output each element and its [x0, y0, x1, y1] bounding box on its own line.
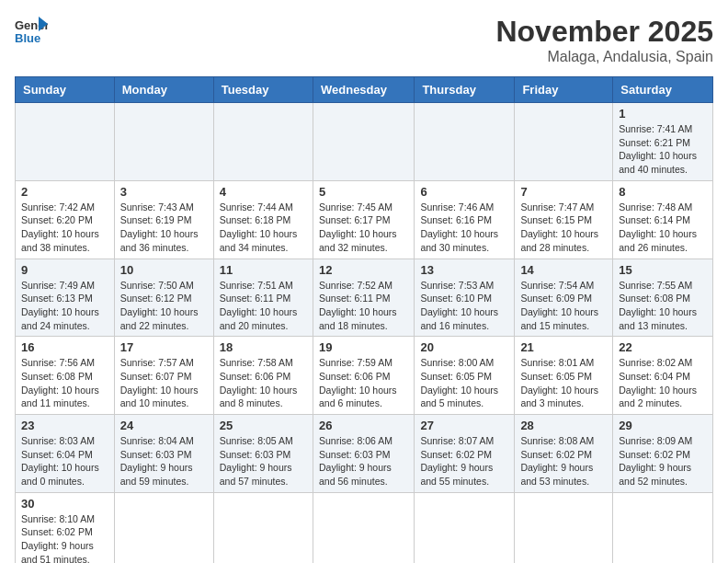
calendar-cell: 17Sunrise: 7:57 AM Sunset: 6:07 PM Dayli… — [114, 337, 213, 415]
weekday-header-monday: Monday — [114, 77, 213, 103]
weekday-header-wednesday: Wednesday — [313, 77, 414, 103]
day-number: 22 — [619, 340, 707, 354]
day-info: Sunrise: 7:48 AM Sunset: 6:14 PM Dayligh… — [619, 201, 707, 255]
day-number: 9 — [21, 263, 108, 277]
day-number: 5 — [319, 185, 408, 199]
calendar-cell: 16Sunrise: 7:56 AM Sunset: 6:08 PM Dayli… — [16, 337, 115, 415]
calendar-cell: 3Sunrise: 7:43 AM Sunset: 6:19 PM Daylig… — [114, 180, 213, 259]
day-info: Sunrise: 8:04 AM Sunset: 6:03 PM Dayligh… — [120, 434, 208, 488]
day-info: Sunrise: 8:06 AM Sunset: 6:03 PM Dayligh… — [319, 434, 408, 488]
day-info: Sunrise: 7:49 AM Sunset: 6:13 PM Dayligh… — [21, 279, 108, 333]
calendar-cell: 28Sunrise: 8:08 AM Sunset: 6:02 PM Dayli… — [515, 415, 613, 493]
calendar-cell — [313, 492, 414, 563]
day-number: 25 — [220, 419, 307, 432]
day-number: 6 — [420, 185, 508, 199]
day-number: 21 — [520, 340, 607, 354]
day-info: Sunrise: 7:47 AM Sunset: 6:15 PM Dayligh… — [520, 201, 607, 255]
calendar-cell: 5Sunrise: 7:45 AM Sunset: 6:17 PM Daylig… — [313, 180, 414, 259]
day-number: 16 — [21, 340, 108, 354]
calendar-cell — [213, 103, 313, 181]
day-number: 20 — [420, 340, 508, 354]
calendar-cell: 8Sunrise: 7:48 AM Sunset: 6:14 PM Daylig… — [613, 180, 713, 259]
day-info: Sunrise: 8:05 AM Sunset: 6:03 PM Dayligh… — [220, 434, 307, 488]
calendar-week-1: 1Sunrise: 7:41 AM Sunset: 6:21 PM Daylig… — [16, 103, 713, 181]
calendar-cell: 10Sunrise: 7:50 AM Sunset: 6:12 PM Dayli… — [114, 259, 213, 337]
weekday-header-tuesday: Tuesday — [213, 77, 313, 103]
calendar-cell: 26Sunrise: 8:06 AM Sunset: 6:03 PM Dayli… — [313, 415, 414, 493]
day-info: Sunrise: 8:10 AM Sunset: 6:02 PM Dayligh… — [21, 512, 108, 563]
calendar-cell — [114, 492, 213, 563]
calendar-cell: 29Sunrise: 8:09 AM Sunset: 6:02 PM Dayli… — [613, 415, 713, 493]
day-info: Sunrise: 7:56 AM Sunset: 6:08 PM Dayligh… — [21, 356, 108, 410]
day-number: 11 — [220, 263, 307, 277]
day-number: 3 — [120, 185, 208, 199]
day-number: 12 — [319, 263, 408, 277]
calendar-cell: 21Sunrise: 8:01 AM Sunset: 6:05 PM Dayli… — [515, 337, 613, 415]
day-number: 19 — [319, 340, 408, 354]
calendar-cell — [213, 492, 313, 563]
day-number: 8 — [619, 185, 707, 199]
month-title: November 2025 — [495, 15, 713, 49]
calendar-cell: 6Sunrise: 7:46 AM Sunset: 6:16 PM Daylig… — [415, 180, 515, 259]
calendar-week-4: 16Sunrise: 7:56 AM Sunset: 6:08 PM Dayli… — [16, 337, 713, 415]
calendar-cell: 13Sunrise: 7:53 AM Sunset: 6:10 PM Dayli… — [415, 259, 515, 337]
calendar-cell: 30Sunrise: 8:10 AM Sunset: 6:02 PM Dayli… — [16, 492, 115, 563]
day-info: Sunrise: 7:54 AM Sunset: 6:09 PM Dayligh… — [520, 279, 607, 333]
day-info: Sunrise: 7:46 AM Sunset: 6:16 PM Dayligh… — [420, 201, 508, 255]
day-info: Sunrise: 7:57 AM Sunset: 6:07 PM Dayligh… — [120, 356, 208, 410]
day-info: Sunrise: 7:59 AM Sunset: 6:06 PM Dayligh… — [319, 356, 408, 410]
calendar-cell: 23Sunrise: 8:03 AM Sunset: 6:04 PM Dayli… — [16, 415, 115, 493]
calendar-cell — [415, 103, 515, 181]
day-info: Sunrise: 7:58 AM Sunset: 6:06 PM Dayligh… — [220, 356, 307, 410]
day-info: Sunrise: 7:53 AM Sunset: 6:10 PM Dayligh… — [420, 279, 508, 333]
calendar-week-5: 23Sunrise: 8:03 AM Sunset: 6:04 PM Dayli… — [16, 415, 713, 493]
calendar-cell: 11Sunrise: 7:51 AM Sunset: 6:11 PM Dayli… — [213, 259, 313, 337]
day-number: 30 — [21, 497, 108, 511]
calendar-cell: 9Sunrise: 7:49 AM Sunset: 6:13 PM Daylig… — [16, 259, 115, 337]
page-header: General Blue November 2025 Malaga, Andal… — [15, 15, 713, 65]
calendar-cell — [515, 103, 613, 181]
calendar-cell: 12Sunrise: 7:52 AM Sunset: 6:11 PM Dayli… — [313, 259, 414, 337]
calendar-cell: 4Sunrise: 7:44 AM Sunset: 6:18 PM Daylig… — [213, 180, 313, 259]
location-title: Malaga, Andalusia, Spain — [495, 49, 713, 65]
logo-icon: General Blue — [15, 15, 48, 48]
day-info: Sunrise: 8:00 AM Sunset: 6:05 PM Dayligh… — [420, 356, 508, 410]
calendar-cell: 1Sunrise: 7:41 AM Sunset: 6:21 PM Daylig… — [613, 103, 713, 181]
day-number: 13 — [420, 263, 508, 277]
day-info: Sunrise: 7:45 AM Sunset: 6:17 PM Dayligh… — [319, 201, 408, 255]
day-info: Sunrise: 7:42 AM Sunset: 6:20 PM Dayligh… — [21, 201, 108, 255]
weekday-header-friday: Friday — [515, 77, 613, 103]
calendar-cell: 27Sunrise: 8:07 AM Sunset: 6:02 PM Dayli… — [415, 415, 515, 493]
weekday-header-sunday: Sunday — [16, 77, 115, 103]
day-number: 4 — [220, 185, 307, 199]
day-info: Sunrise: 8:03 AM Sunset: 6:04 PM Dayligh… — [21, 434, 108, 488]
day-info: Sunrise: 7:43 AM Sunset: 6:19 PM Dayligh… — [120, 201, 208, 255]
calendar-cell: 22Sunrise: 8:02 AM Sunset: 6:04 PM Dayli… — [613, 337, 713, 415]
calendar-table: SundayMondayTuesdayWednesdayThursdayFrid… — [15, 76, 713, 563]
day-number: 29 — [619, 419, 707, 432]
day-number: 24 — [120, 419, 208, 432]
day-number: 7 — [520, 185, 607, 199]
calendar-cell: 7Sunrise: 7:47 AM Sunset: 6:15 PM Daylig… — [515, 180, 613, 259]
calendar-cell — [16, 103, 115, 181]
calendar-cell: 15Sunrise: 7:55 AM Sunset: 6:08 PM Dayli… — [613, 259, 713, 337]
weekday-header-saturday: Saturday — [613, 77, 713, 103]
day-info: Sunrise: 8:07 AM Sunset: 6:02 PM Dayligh… — [420, 434, 508, 488]
day-number: 23 — [21, 419, 108, 432]
day-info: Sunrise: 7:44 AM Sunset: 6:18 PM Dayligh… — [220, 201, 307, 255]
calendar-cell: 25Sunrise: 8:05 AM Sunset: 6:03 PM Dayli… — [213, 415, 313, 493]
logo: General Blue — [15, 15, 48, 48]
calendar-cell: 24Sunrise: 8:04 AM Sunset: 6:03 PM Dayli… — [114, 415, 213, 493]
day-number: 10 — [120, 263, 208, 277]
svg-text:Blue: Blue — [15, 31, 40, 45]
day-info: Sunrise: 8:02 AM Sunset: 6:04 PM Dayligh… — [619, 356, 707, 410]
day-number: 26 — [319, 419, 408, 432]
day-info: Sunrise: 7:55 AM Sunset: 6:08 PM Dayligh… — [619, 279, 707, 333]
calendar-cell — [313, 103, 414, 181]
day-info: Sunrise: 7:51 AM Sunset: 6:11 PM Dayligh… — [220, 279, 307, 333]
day-number: 14 — [520, 263, 607, 277]
day-number: 18 — [220, 340, 307, 354]
weekday-header-thursday: Thursday — [415, 77, 515, 103]
day-info: Sunrise: 8:08 AM Sunset: 6:02 PM Dayligh… — [520, 434, 607, 488]
day-info: Sunrise: 8:01 AM Sunset: 6:05 PM Dayligh… — [520, 356, 607, 410]
